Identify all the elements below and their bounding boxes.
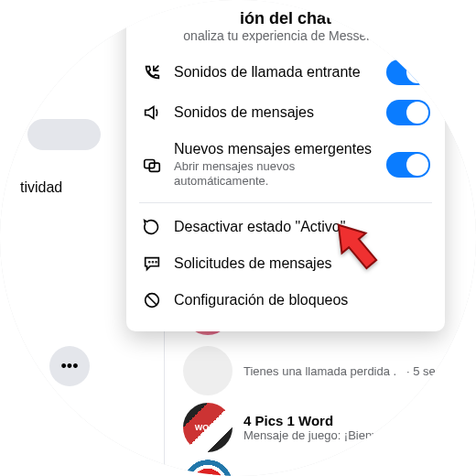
truncated-badge: ac. — [460, 92, 476, 110]
avatar — [183, 460, 233, 476]
avatar: WORD — [183, 403, 233, 452]
popup-window-icon — [141, 154, 163, 176]
chat-bubble-icon — [141, 216, 163, 238]
toggle-popup-messages[interactable] — [386, 152, 430, 178]
block-icon — [141, 289, 163, 311]
svg-point-4 — [156, 261, 157, 262]
more-options-button[interactable]: ••• — [49, 346, 90, 386]
chat-settings-popup: ión del chat onaliza tu experiencia de M… — [126, 0, 445, 331]
sidebar-pill — [27, 119, 101, 150]
conversation-preview: Mensaje de juego: ¡Bienvenido — [243, 428, 407, 442]
conversation-preview: Tienes una llamada perdida . — [243, 364, 396, 378]
row-incoming-call-sounds[interactable]: Sonidos de llamada entrante — [139, 52, 432, 92]
circle-frame: tividad ••• ac. Tú: Que tal! · 1 sem Tie… — [0, 0, 476, 476]
screenshot-stage: tividad ••• ac. Tú: Que tal! · 1 sem Tie… — [0, 0, 476, 476]
row-popup-messages[interactable]: Nuevos mensajes emergentes Abrir mensaje… — [139, 133, 432, 197]
row-block-settings[interactable]: Configuración de bloqueos — [139, 282, 432, 319]
row-label: Solicitudes de mensajes — [174, 254, 430, 273]
pointer-arrow-icon — [326, 216, 390, 280]
conversation-text: Tienes una llamada perdida . · 5 se — [243, 364, 436, 378]
chat-requests-icon — [141, 253, 163, 275]
row-sublabel: Abrir mensajes nuevos automáticamente. — [174, 159, 375, 189]
divider — [139, 202, 432, 203]
speaker-icon — [141, 102, 163, 124]
conversation-row[interactable]: Darts FRVR In — [183, 460, 336, 476]
row-message-sounds[interactable]: Sonidos de mensajes — [139, 92, 432, 133]
toggle-message-sounds[interactable] — [386, 100, 430, 125]
row-label: Desactivar estado "Activo" — [174, 218, 430, 236]
row-label: Sonidos de mensajes — [174, 103, 375, 122]
conversation-name: 4 Pics 1 Word — [243, 413, 407, 428]
conversation-row[interactable]: WORD 4 Pics 1 Word Mensaje de juego: ¡Bi… — [183, 403, 407, 452]
dots-icon: ••• — [61, 357, 79, 376]
sidebar-activity-label[interactable]: tividad — [20, 179, 62, 196]
conversation-row[interactable]: Tienes una llamada perdida . · 5 se — [183, 346, 436, 395]
row-label: Nuevos mensajes emergentes Abrir mensaje… — [174, 140, 375, 189]
avatar — [183, 346, 233, 395]
row-label: Configuración de bloqueos — [174, 291, 430, 309]
conversation-time: · 5 se — [406, 364, 436, 378]
conversation-text: 4 Pics 1 Word Mensaje de juego: ¡Bienven… — [243, 413, 407, 442]
popup-subtitle: onaliza tu experiencia de Messenge — [139, 28, 432, 43]
phone-incoming-icon — [141, 61, 163, 83]
row-label: Sonidos de llamada entrante — [174, 63, 375, 81]
svg-point-2 — [149, 261, 150, 262]
popup-title: ión del chat — [139, 9, 432, 28]
svg-point-3 — [152, 261, 153, 262]
toggle-incoming-call[interactable] — [386, 60, 430, 85]
svg-line-6 — [147, 295, 157, 305]
